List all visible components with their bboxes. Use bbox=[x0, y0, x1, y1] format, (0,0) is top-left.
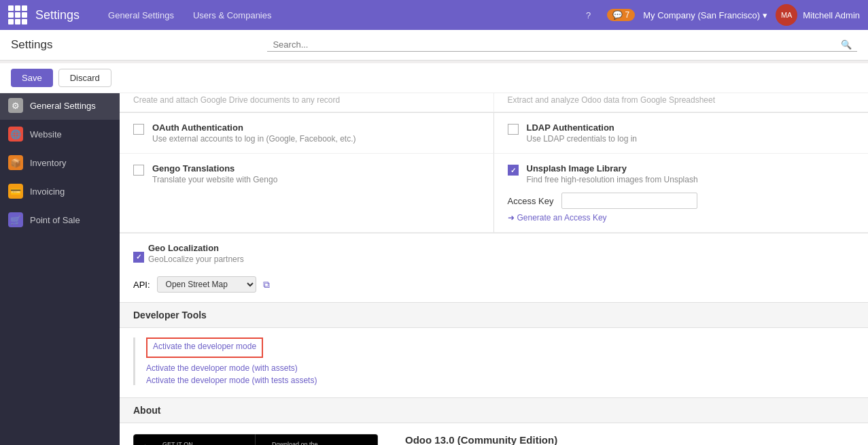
about-header: About bbox=[120, 397, 868, 423]
external-link-icon[interactable]: ⧉ bbox=[263, 279, 270, 291]
ldap-checkbox[interactable] bbox=[508, 124, 519, 135]
app-title: Settings bbox=[35, 8, 80, 22]
geo-info: Geo Localization GeoLocalize your partne… bbox=[148, 243, 244, 271]
nav-right: ? 💬 7 My Company (San Francisco) ▾ MA Mi… bbox=[578, 4, 860, 26]
chat-icon: 💬 bbox=[612, 10, 623, 20]
about-section: ▶ GET IT ON Google Play Download on the … bbox=[120, 423, 868, 445]
user-name: Mitchell Admin bbox=[803, 10, 860, 20]
oauth-desc: Use external accounts to log in (Google,… bbox=[152, 134, 356, 144]
inventory-icon: 📦 bbox=[8, 155, 23, 170]
generate-access-key-link[interactable]: ➜ Generate an Access Key bbox=[508, 213, 855, 222]
company-name: My Company (San Francisco) bbox=[643, 10, 760, 20]
company-selector[interactable]: My Company (San Francisco) ▾ bbox=[643, 10, 767, 20]
access-key-input[interactable] bbox=[561, 193, 697, 209]
oauth-info: OAuth Authentication Use external accoun… bbox=[152, 122, 356, 144]
geo-check-row: ✓ Geo Localization GeoLocalize your part… bbox=[133, 243, 854, 271]
integration-oauth: OAuth Authentication Use external accoun… bbox=[120, 113, 494, 154]
about-title: About bbox=[133, 405, 160, 416]
ldap-info: LDAP Authentication Use LDAP credentials… bbox=[527, 122, 638, 144]
chat-count: 7 bbox=[625, 10, 630, 20]
app-store-badges: ▶ GET IT ON Google Play Download on the … bbox=[133, 434, 378, 445]
unsplash-desc: Find free high-resolution images from Un… bbox=[527, 175, 698, 184]
developer-tools-header: Developer Tools bbox=[120, 302, 868, 328]
unsplash-info: Unsplash Image Library Find free high-re… bbox=[527, 163, 698, 184]
settings-icon: ⚙ bbox=[8, 98, 23, 113]
sidebar-item-invoicing[interactable]: 💳 Invoicing bbox=[0, 177, 120, 205]
main-content: Create and attach Google Drive documents… bbox=[120, 88, 868, 445]
ldap-desc: Use LDAP credentials to log in bbox=[527, 134, 638, 144]
api-row: API: Open Street Map Google Maps ⧉ bbox=[133, 276, 854, 293]
app-store-text: Download on the App Store bbox=[272, 441, 318, 445]
ldap-title: LDAP Authentication bbox=[527, 122, 638, 133]
api-select[interactable]: Open Street Map Google Maps bbox=[157, 276, 256, 293]
nav-links: General Settings Users & Companies bbox=[100, 6, 578, 24]
dev-mode-tests-link[interactable]: Activate the developer mode (with tests … bbox=[146, 376, 854, 385]
oauth-checkbox[interactable] bbox=[133, 124, 144, 135]
gengo-checkbox[interactable] bbox=[133, 165, 144, 176]
search-bar: 🔍 bbox=[267, 38, 857, 52]
app-store-badge[interactable]: Download on the App Store bbox=[256, 434, 378, 445]
gengo-title: Gengo Translations bbox=[152, 163, 277, 174]
gengo-desc: Translate your website with Gengo bbox=[152, 175, 277, 184]
sidebar-item-inventory[interactable]: 📦 Inventory bbox=[0, 148, 120, 177]
integration-gengo: Gengo Translations Translate your websit… bbox=[120, 154, 494, 233]
google-play-icon: ▶ bbox=[145, 440, 157, 445]
oauth-title: OAuth Authentication bbox=[152, 122, 356, 133]
chat-button[interactable]: 💬 7 bbox=[607, 9, 636, 21]
user-avatar: MA bbox=[776, 4, 797, 26]
dev-links-container: Activate the developer mode Activate the… bbox=[133, 337, 854, 385]
google-play-badge[interactable]: ▶ GET IT ON Google Play bbox=[133, 434, 256, 445]
sidebar-item-general-settings[interactable]: ⚙ General Settings bbox=[0, 91, 120, 120]
top-navigation: Settings General Settings Users & Compan… bbox=[0, 0, 868, 30]
geo-section: ✓ Geo Localization GeoLocalize your part… bbox=[120, 233, 868, 302]
pos-icon: 🛒 bbox=[8, 212, 23, 227]
main-layout: ⚙ General Settings 🌐 Website 📦 Inventory… bbox=[0, 88, 868, 445]
save-button[interactable]: Save bbox=[11, 69, 53, 87]
api-label: API: bbox=[133, 280, 150, 290]
developer-tools-section: Activate the developer mode Activate the… bbox=[120, 328, 868, 397]
integration-ldap: LDAP Authentication Use LDAP credentials… bbox=[494, 113, 869, 154]
action-bar: Save Discard bbox=[0, 63, 868, 93]
nav-general-settings[interactable]: General Settings bbox=[100, 6, 182, 24]
arrow-right-icon: ➜ bbox=[508, 213, 515, 222]
developer-tools-title: Developer Tools bbox=[133, 310, 207, 320]
app-switcher-icon[interactable] bbox=[8, 5, 27, 24]
integration-unsplash: Unsplash Image Library Find free high-re… bbox=[494, 154, 869, 233]
discard-button[interactable]: Discard bbox=[58, 69, 111, 87]
sidebar-label-website: Website bbox=[30, 129, 62, 139]
product-name: Odoo 13.0 (Community Edition) bbox=[405, 434, 854, 445]
unsplash-title: Unsplash Image Library bbox=[527, 163, 698, 174]
page-title: Settings bbox=[11, 38, 52, 52]
sidebar: ⚙ General Settings 🌐 Website 📦 Inventory… bbox=[0, 88, 120, 445]
geo-checkbox[interactable]: ✓ bbox=[133, 252, 144, 263]
user-menu[interactable]: MA Mitchell Admin bbox=[776, 4, 860, 26]
sidebar-label-invoicing: Invoicing bbox=[30, 186, 65, 197]
google-play-text: GET IT ON Google Play bbox=[162, 441, 218, 445]
geo-desc: GeoLocalize your partners bbox=[148, 254, 244, 264]
about-info: Odoo 13.0 (Community Edition) Copyright … bbox=[405, 434, 854, 445]
sidebar-label-inventory: Inventory bbox=[30, 158, 66, 168]
sidebar-label-pos: Point of Sale bbox=[30, 215, 80, 225]
gengo-info: Gengo Translations Translate your websit… bbox=[152, 163, 277, 184]
sidebar-item-website[interactable]: 🌐 Website bbox=[0, 120, 120, 148]
sidebar-label-general-settings: General Settings bbox=[30, 101, 96, 111]
nav-users-companies[interactable]: Users & Companies bbox=[185, 6, 280, 24]
sub-header: Settings 🔍 bbox=[0, 30, 868, 61]
help-icon[interactable]: ? bbox=[578, 5, 599, 25]
access-key-row: Access Key bbox=[508, 193, 855, 209]
dev-mode-assets-link[interactable]: Activate the developer mode (with assets… bbox=[146, 363, 854, 373]
sidebar-item-pos[interactable]: 🛒 Point of Sale bbox=[0, 205, 120, 234]
search-input[interactable] bbox=[273, 39, 841, 50]
unsplash-checkbox[interactable] bbox=[508, 165, 519, 176]
dev-mode-link[interactable]: Activate the developer mode bbox=[153, 342, 256, 351]
company-dropdown-icon: ▾ bbox=[763, 10, 767, 20]
invoicing-icon: 💳 bbox=[8, 184, 23, 199]
geo-title: Geo Localization bbox=[148, 243, 244, 253]
search-icon: 🔍 bbox=[841, 39, 852, 50]
integrations-grid: OAuth Authentication Use external accoun… bbox=[120, 112, 868, 233]
access-key-label: Access Key bbox=[508, 196, 554, 206]
website-icon: 🌐 bbox=[8, 127, 23, 142]
